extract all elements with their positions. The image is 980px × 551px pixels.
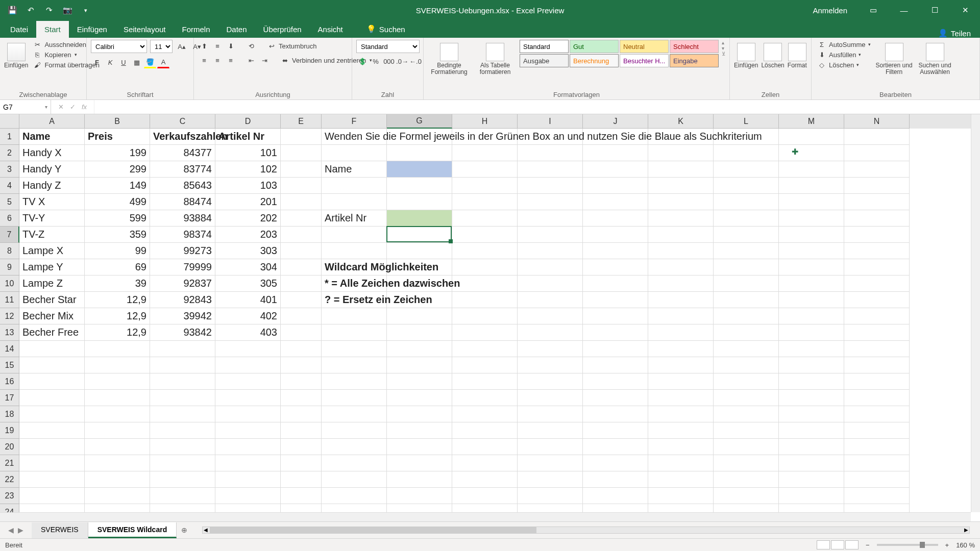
- align-right-icon[interactable]: ≡: [225, 54, 237, 66]
- cell[interactable]: [518, 471, 583, 488]
- cell[interactable]: [583, 308, 648, 324]
- cell[interactable]: 85643: [150, 178, 215, 194]
- cell[interactable]: Lampe Z: [19, 276, 85, 292]
- cell-style-option[interactable]: Ausgabe: [520, 54, 569, 67]
- insert-cells-button[interactable]: Einfügen: [734, 40, 758, 69]
- cell[interactable]: [648, 292, 714, 308]
- cell[interactable]: 102: [215, 161, 281, 178]
- font-color-button[interactable]: A: [157, 56, 169, 68]
- cell[interactable]: [150, 471, 215, 488]
- cell[interactable]: Verkaufszahlen: [150, 129, 215, 145]
- row-header[interactable]: 4: [0, 178, 19, 194]
- cell[interactable]: [387, 390, 452, 406]
- cell[interactable]: [518, 390, 583, 406]
- gallery-up-icon[interactable]: ▴: [722, 40, 725, 45]
- cell[interactable]: * = Alle Zeichen dazwischen: [322, 276, 518, 292]
- cell[interactable]: [322, 439, 387, 455]
- gallery-more-icon[interactable]: ⊻: [722, 51, 725, 57]
- column-header[interactable]: M: [779, 114, 844, 129]
- cell[interactable]: 202: [215, 210, 281, 227]
- cell[interactable]: [648, 243, 714, 259]
- comma-format-icon[interactable]: 000: [383, 55, 395, 67]
- column-header[interactable]: J: [583, 114, 648, 129]
- cell[interactable]: [714, 292, 779, 308]
- orientation-icon[interactable]: ⟲: [245, 40, 257, 52]
- cell[interactable]: [518, 227, 583, 243]
- cell[interactable]: [518, 161, 583, 178]
- cell[interactable]: [844, 276, 910, 292]
- name-box[interactable]: G7: [0, 100, 51, 114]
- cell[interactable]: [150, 439, 215, 455]
- page-layout-view-icon[interactable]: [831, 540, 844, 549]
- cell[interactable]: 402: [215, 308, 281, 324]
- cell[interactable]: [85, 471, 150, 488]
- cell[interactable]: [387, 308, 452, 324]
- cell[interactable]: [452, 178, 518, 194]
- cell[interactable]: [518, 178, 583, 194]
- cell[interactable]: [85, 455, 150, 471]
- cell[interactable]: 599: [85, 210, 150, 227]
- row-header[interactable]: 8: [0, 243, 19, 259]
- cell[interactable]: 99273: [150, 243, 215, 259]
- cell[interactable]: [322, 357, 387, 373]
- clear-button[interactable]: ◇Löschen▾: [816, 60, 872, 69]
- cell[interactable]: [779, 161, 844, 178]
- cell[interactable]: [215, 341, 281, 357]
- cell[interactable]: [452, 341, 518, 357]
- horizontal-scrollbar[interactable]: ◀ ▶: [202, 527, 970, 534]
- column-header[interactable]: C: [150, 114, 215, 129]
- cancel-formula-icon[interactable]: ✕: [58, 103, 64, 111]
- cell[interactable]: [779, 210, 844, 227]
- cell[interactable]: [583, 406, 648, 422]
- cell[interactable]: [779, 341, 844, 357]
- cell[interactable]: [583, 373, 648, 390]
- cell[interactable]: [518, 439, 583, 455]
- cell[interactable]: [518, 259, 583, 276]
- cell[interactable]: [714, 210, 779, 227]
- cell[interactable]: [583, 194, 648, 210]
- cell[interactable]: [779, 145, 844, 161]
- cell[interactable]: [844, 488, 910, 504]
- share-button[interactable]: 👤 Teilen: [938, 29, 971, 38]
- cell[interactable]: 199: [85, 145, 150, 161]
- minimize-icon[interactable]: —: [889, 0, 919, 20]
- cell-style-option[interactable]: Standard: [520, 40, 569, 53]
- cell[interactable]: [150, 455, 215, 471]
- cell[interactable]: [844, 308, 910, 324]
- row-header[interactable]: 22: [0, 471, 19, 488]
- cell[interactable]: [19, 488, 85, 504]
- wrap-text-button[interactable]: ↩Textumbruch: [265, 40, 318, 52]
- cell[interactable]: [387, 341, 452, 357]
- cell[interactable]: 299: [85, 161, 150, 178]
- row-header[interactable]: 17: [0, 390, 19, 406]
- cell[interactable]: [844, 227, 910, 243]
- decrease-decimal-icon[interactable]: ←.0: [409, 55, 422, 67]
- ribbon-tab-ansicht[interactable]: Ansicht: [310, 21, 351, 38]
- cell[interactable]: [583, 390, 648, 406]
- cell[interactable]: [452, 422, 518, 439]
- cell[interactable]: [215, 390, 281, 406]
- cell-styles-gallery[interactable]: StandardGutNeutralSchlechtAusgabeBerechn…: [520, 40, 719, 67]
- cell[interactable]: Lampe Y: [19, 259, 85, 276]
- cell[interactable]: [19, 455, 85, 471]
- cell[interactable]: 499: [85, 194, 150, 210]
- cell[interactable]: 93842: [150, 324, 215, 341]
- cell[interactable]: [150, 357, 215, 373]
- row-header[interactable]: 14: [0, 341, 19, 357]
- font-size-select[interactable]: 11: [150, 40, 173, 53]
- cell[interactable]: [85, 357, 150, 373]
- cell[interactable]: [322, 455, 387, 471]
- cell[interactable]: [322, 194, 387, 210]
- cell[interactable]: [322, 390, 387, 406]
- cell[interactable]: [714, 194, 779, 210]
- cell[interactable]: 303: [215, 243, 281, 259]
- row-header[interactable]: 10: [0, 276, 19, 292]
- cell[interactable]: [281, 341, 322, 357]
- column-header[interactable]: L: [714, 114, 779, 129]
- cell[interactable]: [648, 161, 714, 178]
- cell-style-option[interactable]: Schlecht: [670, 40, 719, 53]
- cell[interactable]: [322, 373, 387, 390]
- sheet-nav-prev-icon[interactable]: ◀: [8, 526, 14, 534]
- qat-custom-icon[interactable]: ▾: [78, 2, 94, 18]
- cell[interactable]: [648, 308, 714, 324]
